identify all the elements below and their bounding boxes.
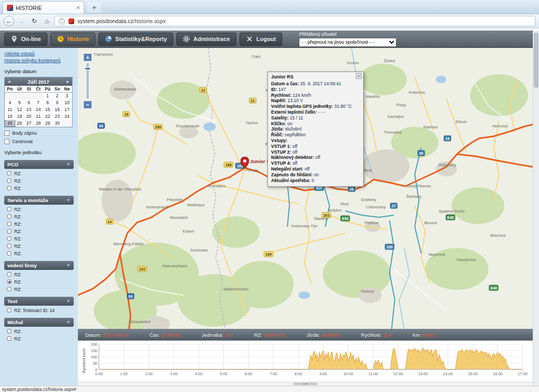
collapse-arrow-icon[interactable]: ▼	[66, 263, 71, 268]
menu-historie-button[interactable]: Historie	[51, 33, 95, 46]
calendar-day-19[interactable]: 19	[15, 113, 24, 119]
checkbox-centrovat[interactable]: Centrovat	[4, 139, 74, 144]
calendar-day-11[interactable]: 11	[5, 106, 15, 113]
unit-radio-row[interactable]: RZ:	[7, 287, 74, 292]
calendar-day-7[interactable]: 7	[34, 99, 43, 106]
page-scrollbar-thumb[interactable]	[534, 33, 538, 88]
radio-button[interactable]	[7, 308, 12, 313]
group-header-test[interactable]: Test ▼	[4, 297, 74, 306]
calendar-day-1[interactable]: 1	[43, 92, 53, 99]
unit-radio-row[interactable]: RZ:	[7, 329, 74, 334]
address-bar[interactable]: ⓘ system.positiondata.cz/historie.aspx	[54, 16, 535, 26]
zoom-slider-thumb[interactable]	[85, 67, 91, 70]
calendar-day-17[interactable]: 17	[62, 106, 72, 113]
page-scrollbar[interactable]	[533, 31, 539, 386]
calendar-day-22[interactable]: 22	[43, 113, 53, 119]
calendar-day-18[interactable]: 18	[5, 113, 15, 119]
unit-radio-row[interactable]: RZ:	[7, 336, 74, 341]
radio-button[interactable]	[7, 171, 12, 176]
calendar-day-14[interactable]: 14	[34, 106, 43, 113]
group-header-veden-firmy[interactable]: vedení firmy ▼	[4, 261, 74, 270]
unit-radio-row[interactable]: RZ:	[7, 186, 74, 191]
unit-radio-row[interactable]: RZ: Testovací ID: 24	[7, 308, 74, 313]
zoom-in-button[interactable]: +	[83, 53, 92, 62]
calendar-day-6[interactable]: 6	[24, 99, 34, 106]
group-header-michal[interactable]: Michal ▼	[4, 318, 74, 327]
menu-administrace-button[interactable]: Administrace	[176, 33, 236, 46]
unit-radio-row[interactable]: RZ:	[7, 251, 74, 256]
calendar-day-2[interactable]: 2	[52, 92, 62, 99]
calendar-day-24[interactable]: 24	[62, 113, 72, 119]
calendar-day-5[interactable]: 5	[15, 99, 24, 106]
radio-button[interactable]	[7, 178, 12, 183]
page-info-icon[interactable]: ⓘ	[58, 18, 65, 25]
forward-button[interactable]: →	[16, 16, 27, 26]
calendar-day-16[interactable]: 16	[52, 106, 62, 113]
radio-button[interactable]	[7, 222, 12, 226]
radio-button[interactable]	[7, 251, 12, 256]
radio-button[interactable]	[7, 186, 12, 190]
radio-button[interactable]	[7, 329, 12, 334]
calendar-day-10[interactable]: 10	[62, 99, 72, 106]
unit-radio-row[interactable]: RZ:	[7, 279, 74, 285]
calendar-day-4[interactable]: 4	[5, 99, 15, 106]
unit-radio-row[interactable]: RZ:	[7, 207, 74, 212]
calendar-day-23[interactable]: 23	[52, 113, 62, 119]
calendar-day-3[interactable]: 3	[62, 92, 72, 99]
chart-scrollbar-thumb[interactable]	[293, 383, 317, 385]
unit-radio-row[interactable]: RZ:	[7, 178, 74, 184]
unit-radio-row[interactable]: RZ:	[7, 222, 74, 227]
back-button[interactable]: ←	[4, 16, 14, 26]
collapse-arrow-icon[interactable]: ▼	[66, 198, 71, 203]
calendar-day-25[interactable]: 25	[5, 119, 15, 126]
zoom-out-button[interactable]: −	[83, 100, 92, 109]
radio-button[interactable]	[7, 244, 12, 248]
calendar-day-30[interactable]: 30	[52, 119, 62, 126]
refresh-button[interactable]: ↻	[29, 16, 39, 26]
checkbox-body-z-jmu[interactable]: Body zájmu	[4, 130, 74, 136]
group-header-servis-a-mont-e[interactable]: Servis a montáže ▼	[4, 196, 74, 205]
menu-statistiky-button[interactable]: Statistiky&Reporty	[98, 33, 173, 46]
unit-radio-row[interactable]: RZ:	[7, 171, 74, 176]
collapse-arrow-icon[interactable]: ▼	[66, 320, 71, 325]
radio-button[interactable]	[7, 287, 12, 292]
collapse-arrow-icon[interactable]: ▼	[66, 299, 71, 304]
calendar-day-15[interactable]: 15	[43, 106, 53, 113]
unit-radio-row[interactable]: RZ:	[7, 214, 74, 219]
zoom-slider[interactable]	[86, 63, 89, 99]
home-button[interactable]: ⌂	[42, 16, 52, 26]
calendar-day-21[interactable]: 21	[34, 113, 43, 119]
unit-radio-row[interactable]: RZ:	[7, 236, 74, 242]
company-select[interactable]: - - přepnout na jinou společnost - -	[299, 38, 396, 47]
chart-scrollbar[interactable]	[78, 381, 533, 386]
link-historie-pohybu-kontejneru[interactable]: Historie pohybu kontejnerů	[4, 58, 74, 63]
unit-radio-row[interactable]: RZ:	[7, 244, 74, 249]
calendar-prev-icon[interactable]: ◄	[7, 79, 11, 84]
popup-close-icon[interactable]: ×	[356, 73, 362, 79]
calendar-day-27[interactable]: 27	[24, 119, 34, 126]
calendar-day-20[interactable]: 20	[24, 113, 34, 119]
collapse-arrow-icon[interactable]: ▼	[66, 162, 71, 167]
checkbox-box[interactable]	[4, 130, 9, 136]
radio-button[interactable]	[7, 236, 12, 241]
vehicle-marker[interactable]: Junior RS	[241, 157, 249, 170]
radio-button[interactable]	[7, 279, 12, 284]
calendar-day-29[interactable]: 29	[43, 119, 53, 126]
calendar-day-12[interactable]: 12	[15, 106, 24, 113]
calendar-day-26[interactable]: 26	[15, 119, 24, 126]
menu-online-button[interactable]: On-line	[4, 33, 47, 46]
menu-logout-button[interactable]: Logout	[239, 33, 282, 46]
radio-button[interactable]	[7, 229, 12, 234]
radio-button[interactable]	[7, 207, 12, 212]
radio-button[interactable]	[7, 272, 12, 277]
unit-radio-row[interactable]: RZ:	[7, 229, 74, 234]
unit-radio-row[interactable]: RZ:	[7, 272, 74, 277]
calendar-day-13[interactable]: 13	[24, 106, 34, 113]
calendar-day-28[interactable]: 28	[34, 119, 43, 126]
radio-button[interactable]	[7, 336, 12, 341]
calendar-day-8[interactable]: 8	[43, 99, 53, 106]
speed-chart[interactable]: 0:001:002:003:004:005:006:007:008:009:00…	[78, 341, 533, 382]
tab-close-icon[interactable]: ×	[76, 5, 80, 11]
browser-tab[interactable]: HISTORIE ×	[3, 1, 84, 14]
map-canvas[interactable]: ThiersheimChebMariánské LázněTepláToužim…	[78, 48, 533, 329]
